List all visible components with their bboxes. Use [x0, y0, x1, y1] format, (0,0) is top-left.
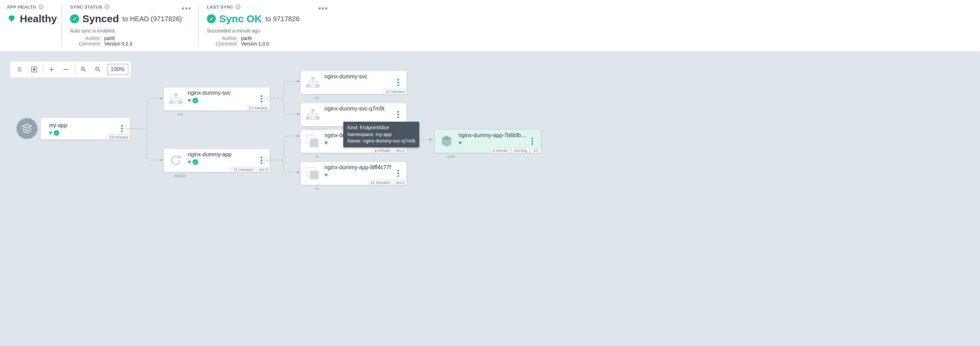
zoom-out-button[interactable]: −: [59, 63, 73, 76]
sync-status-label-text: SYNC STATUS: [70, 5, 102, 10]
deploy-icon: [167, 151, 185, 170]
zoom-in-button[interactable]: +: [45, 63, 59, 76]
node-title: nginx-dummy-app-8fff4c77f: [325, 165, 393, 171]
deploy-node[interactable]: deploy nginx-dummy-app ♥ ✓ − 11 minutes …: [164, 148, 270, 172]
svg-marker-5: [160, 159, 164, 161]
sync-author-row: Author: parth: [70, 36, 188, 41]
node-menu[interactable]: [397, 170, 399, 177]
app-status-header: APP HEALTH ? Healthy ••• SYNC STATUS ? ✓…: [0, 0, 980, 51]
check-circle-icon: ✓: [192, 98, 198, 103]
zoom-in-magnify-button[interactable]: [76, 63, 91, 76]
sync-status-text: Synced: [83, 13, 119, 25]
last-sync-row: ✓ Sync OK to 9717826: [207, 13, 325, 25]
svg-rect-12: [170, 101, 173, 104]
sync-author-key: Author:: [70, 36, 101, 41]
svc-node[interactable]: svc nginx-dummy-svc ♥ ✓ − 12 minutes: [164, 87, 270, 111]
help-icon[interactable]: ?: [235, 4, 241, 10]
tooltip-namespace: Namespace: my-app: [347, 131, 415, 138]
tree-view-button[interactable]: [27, 63, 41, 76]
replicaset-icon: [303, 164, 322, 183]
ready-tag: 1/1: [531, 148, 541, 153]
age-tag: 11 minutes: [231, 167, 255, 172]
help-icon[interactable]: ?: [38, 4, 44, 10]
node-health: ♥: [458, 140, 527, 146]
last-sync-label: LAST SYNC ?: [207, 4, 325, 10]
node-menu[interactable]: [121, 125, 123, 132]
last-sync-author-key: Author:: [207, 36, 238, 41]
heart-icon: ♥: [49, 130, 52, 136]
node-collapse-toggle[interactable]: −: [265, 96, 270, 102]
toolbar-divider: [75, 63, 75, 76]
svg-rect-22: [311, 117, 315, 120]
check-circle-icon: ✓: [70, 14, 79, 23]
svg-rect-21: [306, 117, 310, 120]
node-menu[interactable]: [531, 138, 533, 145]
pod-node[interactable]: pod nginx-dummy-app-7b6bfb878… ♥ a minut…: [434, 129, 541, 153]
app-health-text: Healthy: [20, 13, 57, 25]
last-sync-note: Succeeded a minute ago: [207, 28, 325, 33]
node-kind-label: ep: [303, 95, 331, 100]
last-sync-author-val: parth: [241, 36, 252, 41]
replicaset-icon: [303, 132, 322, 151]
node-kind-label: pod: [438, 154, 465, 159]
check-circle-icon: ✓: [207, 14, 216, 23]
last-sync-panel: ••• LAST SYNC ? ✓ Sync OK to 9717826 Suc…: [198, 4, 335, 46]
node-title: nginx-dummy-app: [188, 151, 256, 158]
svg-marker-6: [297, 80, 300, 83]
endpointslice-icon: [303, 105, 322, 124]
svg-marker-10: [430, 138, 433, 141]
last-sync-target-text: to 9717826: [265, 15, 299, 23]
node-kind-label: deploy: [167, 173, 194, 178]
zoom-out-magnify-button[interactable]: [91, 63, 105, 76]
svg-rect-16: [311, 77, 314, 79]
app-health-panel: APP HEALTH ? Healthy: [7, 4, 62, 46]
node-collapse-toggle[interactable]: −: [125, 126, 130, 131]
svg-rect-14: [179, 101, 183, 104]
last-sync-label-text: LAST SYNC: [207, 5, 233, 10]
node-health: ♥ ✓: [188, 159, 256, 165]
zoom-input[interactable]: [107, 64, 128, 75]
sync-status-label: SYNC STATUS ?: [70, 4, 188, 10]
sync-comment-val: Version 0.2.3: [104, 41, 132, 46]
node-menu[interactable]: [261, 95, 262, 103]
toolbar-divider: [43, 63, 43, 76]
sync-comment-key: Comment:: [70, 41, 101, 46]
node-title: my-app: [49, 122, 117, 129]
endpoints-node[interactable]: ep nginx-dummy-svc 12 minutes: [300, 70, 407, 94]
node-menu[interactable]: [397, 79, 399, 86]
svg-rect-13: [174, 101, 178, 104]
node-kind-label: rs: [303, 186, 331, 191]
heart-icon: ♥: [188, 159, 191, 165]
heart-icon: [7, 14, 16, 24]
node-kind-label: rs: [303, 154, 331, 159]
sync-panel-menu[interactable]: •••: [181, 4, 191, 13]
last-sync-comment-row: Comment: Version 1.0.0: [207, 41, 325, 46]
node-title: nginx-dummy-svc: [325, 73, 393, 80]
app-root-node[interactable]: my-app ♥ ✓ − 23 minutes: [40, 117, 130, 140]
sync-status-panel: ••• SYNC STATUS ? ✓ Synced to HEAD (9717…: [62, 4, 198, 46]
node-collapse-toggle[interactable]: −: [265, 158, 270, 163]
svg-rect-27: [310, 171, 318, 179]
resource-tree-canvas[interactable]: + − my-app ♥ ✓ −: [0, 51, 980, 346]
heart-icon: ♥: [325, 172, 328, 178]
node-title: nginx-dummy-app-7b6bfb878…: [458, 132, 527, 138]
svg-rect-23: [316, 117, 319, 120]
node-title: nginx-dummy-svc-q7m9t: [325, 106, 393, 112]
node-menu[interactable]: [261, 157, 262, 164]
svg-rect-11: [174, 93, 177, 96]
pod-icon: [438, 132, 456, 151]
last-sync-panel-menu[interactable]: •••: [318, 4, 328, 13]
node-title: nginx-dummy-svc: [188, 90, 256, 96]
heart-icon: ♥: [188, 97, 191, 103]
age-tag: a minute: [490, 148, 510, 153]
node-menu[interactable]: [397, 111, 399, 118]
list-view-button[interactable]: [13, 63, 27, 76]
age-tag: a minute: [372, 148, 392, 153]
help-icon[interactable]: ?: [104, 4, 110, 10]
svg-rect-18: [311, 84, 315, 87]
check-circle-icon: ✓: [54, 130, 59, 136]
replicaset-node-2[interactable]: rs nginx-dummy-app-8fff4c77f ♥ 11 minute…: [300, 161, 407, 185]
tooltip-name: Name: nginx-dummy-svc-q7m9t: [347, 138, 415, 144]
svg-rect-25: [310, 138, 318, 147]
node-health: ♥ ✓: [188, 97, 256, 103]
